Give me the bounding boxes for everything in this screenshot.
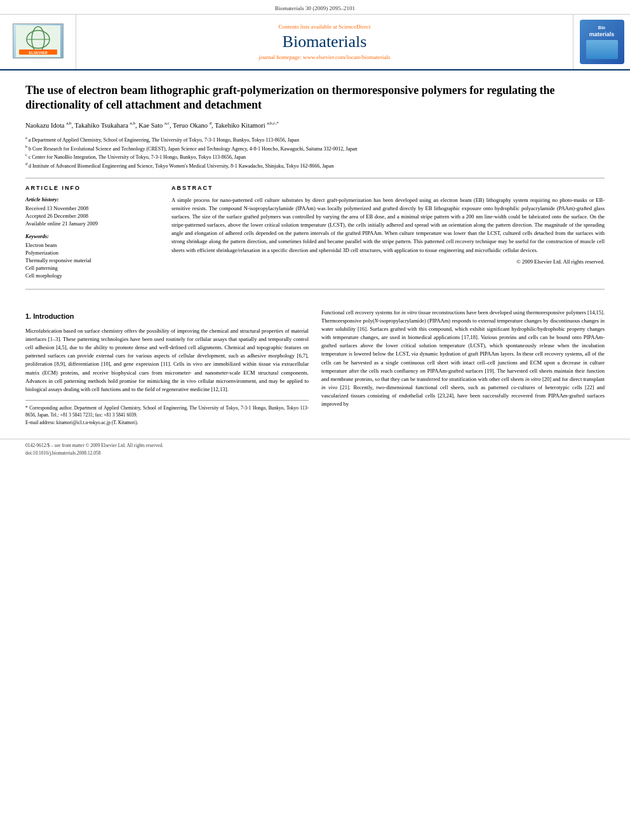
- main-col-right: Functional cell recovery systems for in …: [321, 309, 605, 426]
- sciencedirect-line: Contents lists available at ScienceDirec…: [279, 23, 371, 30]
- divider-2: [25, 289, 605, 290]
- svg-text:ELSEVIER: ELSEVIER: [29, 51, 48, 55]
- main-col-left: 1. Introduction Microfabrication based o…: [25, 309, 309, 426]
- keyword-1: Electron beam: [25, 242, 159, 248]
- badge-image: [586, 40, 618, 59]
- keyword-4: Cell patterning: [25, 265, 159, 271]
- elsevier-logo: ELSEVIER: [13, 23, 64, 60]
- journal-homepage: journal homepage: www.elsevier.com/locat…: [259, 54, 391, 60]
- article-info-label: ARTICLE INFO: [25, 185, 159, 191]
- top-meta: Biomaterials 30 (2009) 2095–2101: [0, 0, 630, 15]
- divider: [25, 178, 605, 178]
- page: Biomaterials 30 (2009) 2095–2101 ELSEVIE…: [0, 0, 630, 840]
- footnote-email: E-mail address: kitamori@icl.t.u-tokyo.a…: [25, 419, 309, 426]
- header-center: Contents lists available at ScienceDirec…: [76, 15, 573, 69]
- history-label: Article history:: [25, 196, 159, 203]
- keywords-label: Keywords:: [25, 233, 159, 239]
- abstract-col: ABSTRACT A simple process for nano-patte…: [171, 185, 605, 280]
- intro-heading: 1. Introduction: [25, 311, 309, 322]
- footnote-corresponding: * Corresponding author. Department of Ap…: [25, 404, 309, 419]
- main-content: 1. Introduction Microfabrication based o…: [0, 309, 630, 439]
- footnote-area: * Corresponding author. Department of Ap…: [25, 400, 309, 426]
- intro-paragraph-2: Functional cell recovery systems for in …: [321, 309, 605, 409]
- from-text: from: [535, 392, 546, 399]
- keyword-5: Cell morphology: [25, 272, 159, 279]
- issn-line: 0142-9612/$ – see front matter © 2009 El…: [25, 442, 605, 450]
- abstract-text: A simple process for nano-patterned cell…: [171, 196, 605, 255]
- abstract-label: ABSTRACT: [171, 185, 605, 191]
- article-body: The use of electron beam lithographic gr…: [0, 70, 630, 309]
- copyright-line: © 2009 Elsevier Ltd. All rights reserved…: [171, 258, 605, 265]
- article-title: The use of electron beam lithographic gr…: [25, 83, 605, 113]
- journal-header: ELSEVIER Contents lists available at Sci…: [0, 15, 630, 70]
- sciencedirect-link[interactable]: ScienceDirect: [338, 23, 370, 30]
- header-left: ELSEVIER: [0, 15, 76, 69]
- journal-title: Biomaterials: [283, 32, 367, 51]
- info-abstract-row: ARTICLE INFO Article history: Received 1…: [25, 185, 605, 280]
- authors-line: Naokazu Idota a,b, Takahiko Tsukahara a,…: [25, 121, 605, 130]
- affiliations: a a Department of Applied Chemistry, Sch…: [25, 135, 605, 170]
- intro-paragraph-1: Microfabrication based on surface chemis…: [25, 327, 309, 394]
- accepted-date: Accepted 26 December 2008: [25, 213, 159, 219]
- article-history: Article history: Received 13 November 20…: [25, 196, 159, 227]
- keywords-section: Keywords: Electron beam Polymerization T…: [25, 233, 159, 279]
- article-info-col: ARTICLE INFO Article history: Received 1…: [25, 185, 159, 280]
- doi-line: doi:10.1016/j.biomaterials.2008.12.058: [25, 450, 605, 457]
- bottom-meta: 0142-9612/$ – see front matter © 2009 El…: [0, 439, 630, 460]
- received-date: Received 13 November 2008: [25, 205, 159, 211]
- elsevier-logo-image: ELSEVIER: [13, 23, 64, 58]
- keyword-3: Thermally responsive material: [25, 257, 159, 263]
- biomaterials-badge: Bio materials: [580, 20, 624, 64]
- header-right: Bio materials: [573, 15, 630, 69]
- keyword-2: Polymerization: [25, 250, 159, 256]
- available-date: Available online 21 January 2009: [25, 220, 159, 227]
- journal-ref: Biomaterials 30 (2009) 2095–2101: [275, 5, 355, 11]
